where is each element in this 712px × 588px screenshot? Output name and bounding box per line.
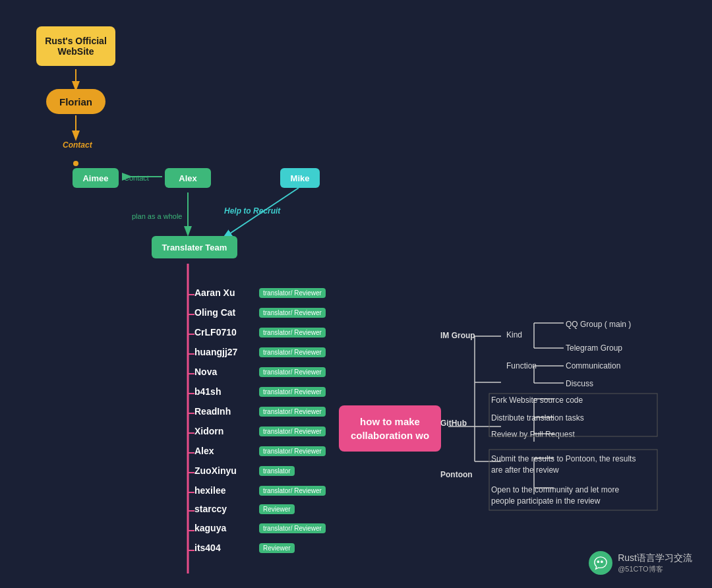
contact-text: Contact (63, 140, 92, 150)
telegram-label: Telegram Group (566, 343, 622, 353)
person-name-3: huangjj27 (194, 347, 254, 357)
person-badge-6: translator/ Reviewer (259, 407, 326, 417)
person-row-8: Alex translator/ Reviewer (194, 446, 326, 456)
qq-group-label: QQ Group ( main ) (566, 320, 631, 329)
help-recruit-label: Help to Recruit (224, 204, 280, 216)
aimee-node: Aimee (73, 168, 119, 188)
fork-text: Fork Website source code (491, 396, 583, 405)
person-name-7: Xidorn (194, 426, 254, 436)
im-group-label: IM Group (440, 331, 475, 340)
discuss-text: Discuss (566, 379, 593, 388)
center-pink-node: how to make collaboration wo (339, 405, 441, 452)
plan-label: plan as a whole (132, 210, 182, 221)
person-badge-2: translator/ Reviewer (259, 328, 326, 338)
plan-text: plan as a whole (132, 212, 182, 220)
im-group-text: IM Group (440, 331, 475, 340)
person-row-7: Xidorn translator/ Reviewer (194, 426, 326, 436)
communication-text: Communication (566, 361, 620, 370)
pontoon-label: Pontoon (440, 470, 473, 479)
review-pr-text: Review by Pull Request (491, 430, 575, 439)
person-row-5: b41sh translator/ Reviewer (194, 386, 326, 397)
person-row-13: its404 Reviewer (194, 543, 295, 553)
person-badge-11: Reviewer (259, 504, 295, 514)
person-row-9: ZuoXinyu translator (194, 465, 295, 476)
contact-arrow-label: Contact (124, 171, 149, 183)
person-badge-3: translator/ Reviewer (259, 347, 326, 357)
github-label: GitHub (440, 419, 467, 428)
person-name-5: b41sh (194, 386, 254, 397)
translater-team-label: Translater Team (162, 243, 227, 252)
person-row-12: kaguya translator/ Reviewer (194, 523, 326, 533)
watermark-title: Rust语言学习交流 (618, 552, 692, 564)
rust-website-node: Rust's Official WebSite (36, 26, 115, 66)
watermark: Rust语言学习交流 @51CTO博客 (589, 551, 692, 575)
person-badge-8: translator/ Reviewer (259, 446, 326, 456)
communication-label: Communication (566, 361, 620, 370)
mike-label: Mike (291, 173, 310, 183)
person-badge-7: translator/ Reviewer (259, 426, 326, 436)
wechat-icon (589, 551, 612, 575)
qq-group-text: QQ Group ( main ) (566, 320, 631, 329)
person-badge-1: translator/ Reviewer (259, 308, 326, 318)
person-badge-10: translator/ Reviewer (259, 486, 326, 496)
function-label: Function (506, 361, 537, 370)
telegram-text: Telegram Group (566, 343, 622, 353)
person-row-1: Oling Cat translator/ Reviewer (194, 307, 326, 318)
person-badge-5: translator/ Reviewer (259, 387, 326, 397)
person-name-9: ZuoXinyu (194, 465, 254, 476)
watermark-text-block: Rust语言学习交流 @51CTO博客 (618, 552, 692, 574)
rust-website-label: Rust's Official WebSite (44, 36, 107, 57)
person-row-2: CrLF0710 translator/ Reviewer (194, 327, 326, 338)
person-row-3: huangjj27 translator/ Reviewer (194, 347, 326, 357)
person-row-11: starccy Reviewer (194, 504, 295, 514)
open-community-label: Open to the community and let more peopl… (491, 485, 643, 507)
person-badge-9: translator (259, 466, 295, 476)
discuss-label: Discuss (566, 379, 593, 388)
florian-node: Florian (46, 89, 105, 114)
person-badge-12: translator/ Reviewer (259, 523, 326, 533)
person-badge-0: translator/ Reviewer (259, 288, 326, 298)
help-recruit-text: Help to Recruit (224, 206, 280, 216)
person-name-0: Aaran Xu (194, 287, 254, 298)
svg-point-42 (601, 560, 603, 563)
diagram-container: Rust's Official WebSite Florian Contact … (0, 0, 712, 588)
open-community-text: Open to the community and let more peopl… (491, 485, 619, 506)
kind-label: Kind (506, 330, 522, 339)
aimee-label: Aimee (82, 173, 108, 183)
person-name-12: kaguya (194, 523, 254, 533)
function-text: Function (506, 361, 537, 370)
person-name-2: CrLF0710 (194, 327, 254, 338)
submit-label: Submit the results to Pontoon, the resul… (491, 454, 643, 476)
translater-team-node: Translater Team (152, 236, 237, 258)
person-row-4: Nova translator/ Reviewer (194, 367, 326, 377)
submit-text: Submit the results to Pontoon, the resul… (491, 454, 636, 475)
contact-label: Contact (63, 138, 92, 150)
person-name-11: starccy (194, 504, 254, 514)
watermark-source: @51CTO博客 (618, 564, 692, 574)
person-row-10: hexilee translator/ Reviewer (194, 485, 326, 496)
person-name-10: hexilee (194, 485, 254, 496)
person-row-6: ReadInh translator/ Reviewer (194, 406, 326, 417)
github-text: GitHub (440, 419, 467, 428)
distribute-label: Distribute translation tasks (491, 413, 584, 423)
alex-top-node: Alex (165, 168, 211, 188)
contact-dot (73, 161, 78, 166)
kind-text: Kind (506, 330, 522, 339)
person-name-13: its404 (194, 543, 254, 553)
person-badge-13: Reviewer (259, 543, 295, 553)
florian-label: Florian (59, 96, 92, 107)
center-title: how to make collaboration wo (349, 415, 430, 442)
contact-arrow-text: Contact (124, 174, 149, 182)
person-name-1: Oling Cat (194, 307, 254, 318)
svg-point-41 (597, 560, 600, 563)
person-name-4: Nova (194, 367, 254, 377)
person-name-6: ReadInh (194, 406, 254, 417)
pontoon-text: Pontoon (440, 470, 473, 479)
review-pr-label: Review by Pull Request (491, 430, 575, 439)
distribute-text: Distribute translation tasks (491, 413, 584, 423)
person-row-0: Aaran Xu translator/ Reviewer (194, 287, 326, 298)
mike-node: Mike (280, 168, 320, 188)
alex-top-label: Alex (179, 173, 196, 183)
person-name-8: Alex (194, 446, 254, 456)
person-badge-4: translator/ Reviewer (259, 367, 326, 377)
